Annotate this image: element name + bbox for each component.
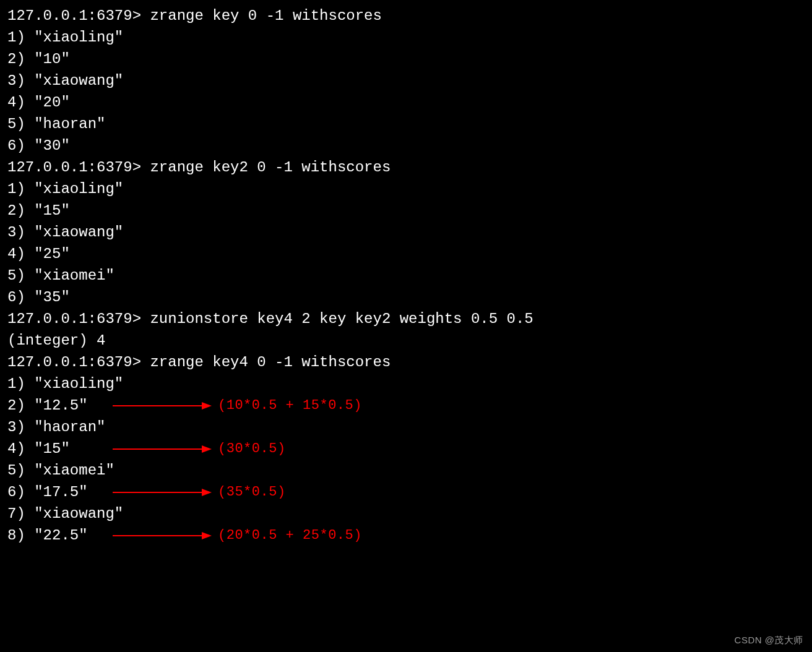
annotation-text: (10*0.5 + 15*0.5) <box>218 395 362 416</box>
command-text: zrange key2 0 -1 withscores <box>150 159 391 176</box>
prompt: 127.0.0.1:6379> <box>7 311 150 327</box>
output-row: 2) "15" <box>7 200 805 221</box>
annotation-text: (30*0.5) <box>218 438 286 460</box>
annotation-arrow: (30*0.5) <box>113 438 286 460</box>
annotation-text: (35*0.5) <box>218 481 286 503</box>
svg-marker-3 <box>202 445 212 453</box>
output-row: 1) "xiaoling" <box>7 27 805 48</box>
output-row: 6) "35" <box>7 286 805 308</box>
output-row: 6) "30" <box>7 135 805 157</box>
prompt: 127.0.0.1:6379> <box>7 7 150 24</box>
output-row: 2) "12.5" (10*0.5 + 15*0.5) <box>7 395 805 416</box>
annotation-arrow: (20*0.5 + 25*0.5) <box>113 525 362 546</box>
terminal[interactable]: 127.0.0.1:6379> zrange key 0 -1 withscor… <box>0 0 812 546</box>
output-row: 1) "xiaoling" <box>7 178 805 200</box>
annotation-arrow: (10*0.5 + 15*0.5) <box>113 395 362 416</box>
prompt: 127.0.0.1:6379> <box>7 159 150 176</box>
output-row: 1) "xiaoling" <box>7 373 805 395</box>
annotation-text: (20*0.5 + 25*0.5) <box>218 525 362 546</box>
command-line: 127.0.0.1:6379> zrange key2 0 -1 withsco… <box>7 157 805 178</box>
arrow-icon <box>113 400 212 412</box>
annotation-arrow: (35*0.5) <box>113 481 286 503</box>
output-row: 5) "xiaomei" <box>7 265 805 286</box>
command-line: 127.0.0.1:6379> zunionstore key4 2 key k… <box>7 308 805 330</box>
svg-marker-7 <box>202 532 212 539</box>
command-line: 127.0.0.1:6379> zrange key4 0 -1 withsco… <box>7 351 805 373</box>
output-row: 7) "xiaowang" <box>7 503 805 525</box>
svg-marker-5 <box>202 489 212 496</box>
output-row: 4) "20" <box>7 92 805 113</box>
watermark-text: CSDN @茂大师 <box>735 633 803 647</box>
output-row: 3) "xiaowang" <box>7 221 805 243</box>
output-row: 8) "22.5" (20*0.5 + 25*0.5) <box>7 525 805 546</box>
prompt: 127.0.0.1:6379> <box>7 354 150 371</box>
output-row: 5) "xiaomei" <box>7 460 805 481</box>
arrow-icon <box>113 530 212 542</box>
output-row: 4) "15" (30*0.5) <box>7 438 805 460</box>
output-row: 2) "10" <box>7 48 805 70</box>
output-row: 5) "haoran" <box>7 113 805 135</box>
arrow-icon <box>113 486 212 499</box>
output-row: 3) "xiaowang" <box>7 70 805 92</box>
output-row: 3) "haoran" <box>7 416 805 438</box>
output-row: 4) "25" <box>7 243 805 265</box>
arrow-icon <box>113 443 212 455</box>
output-row: (integer) 4 <box>7 330 805 351</box>
output-row: 6) "17.5" (35*0.5) <box>7 481 805 503</box>
command-text: zrange key 0 -1 withscores <box>150 7 381 24</box>
svg-marker-1 <box>202 402 212 410</box>
command-line: 127.0.0.1:6379> zrange key 0 -1 withscor… <box>7 5 805 27</box>
command-text: zrange key4 0 -1 withscores <box>150 354 391 371</box>
command-text: zunionstore key4 2 key key2 weights 0.5 … <box>150 311 533 327</box>
